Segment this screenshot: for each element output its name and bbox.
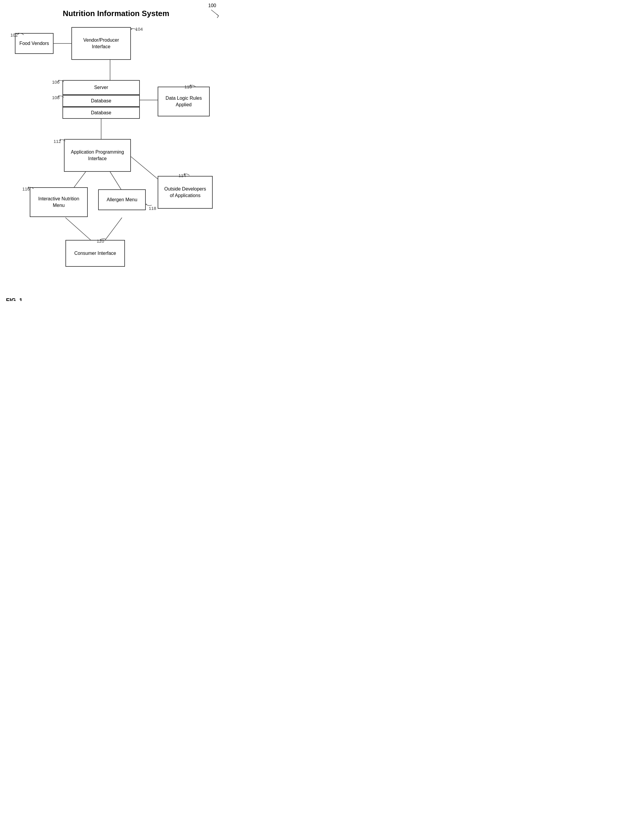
interactive-menu-box: Interactive Nutrition Menu bbox=[30, 187, 88, 217]
svg-marker-12 bbox=[18, 33, 19, 34]
svg-line-2 bbox=[217, 16, 219, 18]
api-box: Application Programming Interface bbox=[64, 139, 131, 172]
svg-line-10 bbox=[65, 218, 92, 242]
page-title: Nutrition Information System bbox=[6, 9, 226, 18]
database2-box: Database bbox=[62, 107, 140, 119]
diagram-container: Food Vendors 102 Vendor/Producer Interfa… bbox=[6, 21, 226, 295]
vendor-producer-box: Vendor/Producer Interface bbox=[72, 27, 131, 60]
svg-marker-19 bbox=[28, 186, 29, 189]
outside-dev-box: Outside Developers of Applications bbox=[158, 176, 213, 209]
svg-marker-16 bbox=[190, 84, 191, 86]
svg-marker-17 bbox=[59, 139, 61, 141]
ref-102-arrow bbox=[16, 30, 25, 36]
svg-line-9 bbox=[131, 157, 158, 179]
data-logic-box: Data Logic Rules Applied bbox=[158, 87, 210, 116]
ref-104-arrow bbox=[129, 25, 138, 31]
ref-114-arrow bbox=[182, 170, 191, 176]
ref-112-arrow bbox=[58, 136, 67, 142]
server-box: Server bbox=[62, 80, 140, 95]
database1-box: Database bbox=[62, 95, 140, 107]
ref-110-arrow bbox=[188, 81, 197, 88]
consumer-interface-box: Consumer Interface bbox=[65, 240, 125, 267]
svg-marker-18 bbox=[184, 173, 185, 175]
svg-line-1 bbox=[216, 14, 219, 16]
svg-marker-14 bbox=[58, 80, 59, 81]
fig-label: FIG. 1 bbox=[6, 297, 23, 301]
ref-108-arrow bbox=[56, 92, 65, 98]
ref-106-arrow bbox=[56, 76, 65, 83]
food-vendors-box: Food Vendors bbox=[15, 33, 54, 54]
svg-marker-13 bbox=[131, 28, 132, 30]
ref-120-arrow bbox=[98, 235, 107, 242]
svg-marker-15 bbox=[58, 95, 59, 97]
svg-marker-21 bbox=[100, 239, 101, 241]
ref-116-arrow bbox=[26, 183, 35, 190]
ref-100: 100 bbox=[208, 3, 223, 20]
allergen-menu-box: Allergen Menu bbox=[98, 189, 146, 210]
ref-118-arrow bbox=[144, 203, 153, 209]
